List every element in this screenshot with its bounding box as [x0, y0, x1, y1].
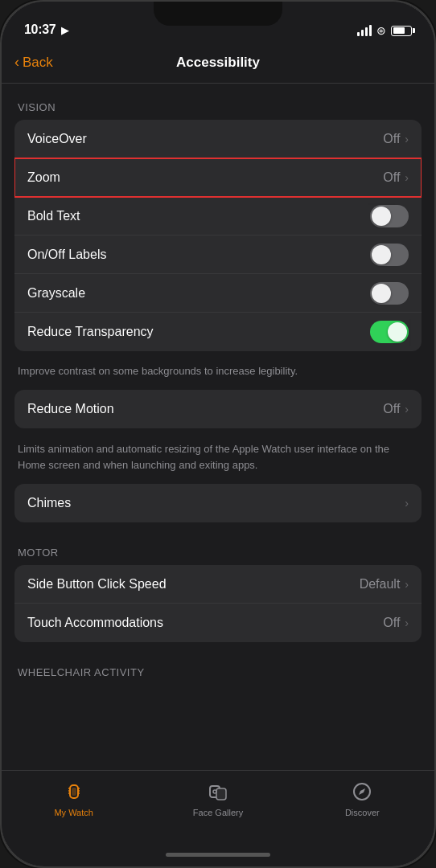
- touch-accommodations-right: Off ›: [383, 616, 409, 630]
- touch-accommodations-chevron-icon: ›: [405, 616, 409, 629]
- home-bar: [166, 853, 270, 857]
- side-button-speed-chevron-icon: ›: [405, 578, 409, 591]
- svg-rect-9: [216, 788, 226, 800]
- tab-discover[interactable]: Discover: [290, 779, 434, 817]
- side-button-speed-right: Default ›: [360, 577, 409, 592]
- svg-marker-12: [359, 788, 365, 795]
- grayscale-label: Grayscale: [27, 286, 85, 301]
- voiceover-label: VoiceOver: [27, 132, 87, 146]
- vision-group: VoiceOver Off › Zoom Off › Bold Te: [14, 120, 422, 351]
- watch-icon: [61, 779, 87, 805]
- discover-icon: [349, 779, 375, 805]
- bold-text-label: Bold Text: [27, 209, 80, 223]
- back-chevron-icon: ‹: [14, 54, 19, 71]
- back-button[interactable]: ‹ Back: [14, 54, 53, 71]
- nav-bar: ‹ Back Accessibility: [2, 42, 434, 84]
- chimes-label: Chimes: [27, 496, 71, 510]
- tab-my-watch[interactable]: My Watch: [2, 779, 146, 817]
- tab-face-gallery[interactable]: Face Gallery: [146, 779, 290, 817]
- reduce-transparency-label: Reduce Transparency: [27, 325, 154, 339]
- onoff-labels-row[interactable]: On/Off Labels: [14, 235, 422, 274]
- chimes-chevron-icon: ›: [405, 497, 409, 510]
- zoom-value: Off: [383, 170, 400, 185]
- reduce-transparency-row[interactable]: Reduce Transparency: [14, 313, 422, 351]
- zoom-label: Zoom: [27, 170, 60, 185]
- back-label: Back: [23, 55, 53, 71]
- reduce-motion-label: Reduce Motion: [27, 402, 114, 416]
- voiceover-value: Off: [383, 132, 400, 146]
- touch-accommodations-label: Touch Accommodations: [27, 616, 163, 630]
- side-button-speed-value: Default: [360, 577, 401, 592]
- onoff-labels-label: On/Off Labels: [27, 248, 106, 262]
- touch-accommodations-value: Off: [383, 616, 400, 630]
- screen: 10:37 ▶ ⊛ ‹ Back Acc: [2, 2, 434, 866]
- chimes-right: ›: [405, 497, 409, 510]
- reduce-motion-group: Reduce Motion Off ›: [14, 390, 422, 428]
- touch-accommodations-row[interactable]: Touch Accommodations Off ›: [14, 604, 422, 642]
- wifi-icon: ⊛: [376, 24, 386, 37]
- grayscale-row[interactable]: Grayscale: [14, 274, 422, 313]
- reduce-motion-chevron-icon: ›: [405, 403, 409, 416]
- grayscale-toggle[interactable]: [370, 282, 409, 305]
- onoff-labels-toggle[interactable]: [370, 244, 409, 266]
- face-gallery-icon: [205, 779, 231, 805]
- bold-text-row[interactable]: Bold Text: [14, 197, 422, 235]
- tab-face-gallery-label: Face Gallery: [193, 808, 243, 817]
- section-header-vision: VISION: [2, 84, 434, 120]
- voiceover-chevron-icon: ›: [405, 133, 409, 145]
- voiceover-row[interactable]: VoiceOver Off ›: [14, 120, 422, 158]
- svg-point-10: [213, 790, 216, 793]
- home-indicator: [2, 842, 434, 866]
- zoom-right: Off ›: [383, 170, 409, 185]
- tab-my-watch-label: My Watch: [54, 808, 93, 817]
- transparency-note: Improve contrast on some backgrounds to …: [2, 358, 434, 390]
- tab-discover-label: Discover: [345, 808, 380, 817]
- voiceover-right: Off ›: [383, 132, 409, 146]
- reduce-transparency-toggle[interactable]: [370, 321, 409, 343]
- zoom-chevron-icon: ›: [405, 171, 409, 184]
- reduce-motion-value: Off: [383, 402, 400, 416]
- zoom-row[interactable]: Zoom Off ›: [14, 158, 422, 197]
- side-button-speed-row[interactable]: Side Button Click Speed Default ›: [14, 565, 422, 604]
- motor-group: Side Button Click Speed Default › Touch …: [14, 565, 422, 642]
- status-icons: ⊛: [357, 24, 412, 37]
- side-button-speed-label: Side Button Click Speed: [27, 577, 167, 592]
- section-header-motor: MOTOR: [2, 529, 434, 565]
- tab-bar: My Watch Face Gallery: [2, 770, 434, 842]
- chimes-row[interactable]: Chimes ›: [14, 484, 422, 522]
- svg-rect-7: [72, 788, 76, 796]
- signal-bars: [357, 25, 372, 36]
- page-title: Accessibility: [176, 55, 260, 71]
- status-bar: 10:37 ▶ ⊛: [2, 2, 434, 42]
- status-time: 10:37 ▶: [24, 23, 68, 37]
- chimes-group: Chimes ›: [14, 484, 422, 522]
- scroll-content[interactable]: VISION VoiceOver Off › Zoom Off ›: [2, 84, 434, 770]
- motion-note: Limits animation and automatic resizing …: [2, 435, 434, 484]
- reduce-motion-right: Off ›: [383, 402, 409, 416]
- battery-icon: [391, 26, 412, 36]
- section-header-wheelchair: WHEELCHAIR ACTIVITY: [2, 649, 434, 685]
- phone-frame: 10:37 ▶ ⊛ ‹ Back Acc: [0, 0, 436, 868]
- bold-text-toggle[interactable]: [370, 205, 409, 227]
- reduce-motion-row[interactable]: Reduce Motion Off ›: [14, 390, 422, 428]
